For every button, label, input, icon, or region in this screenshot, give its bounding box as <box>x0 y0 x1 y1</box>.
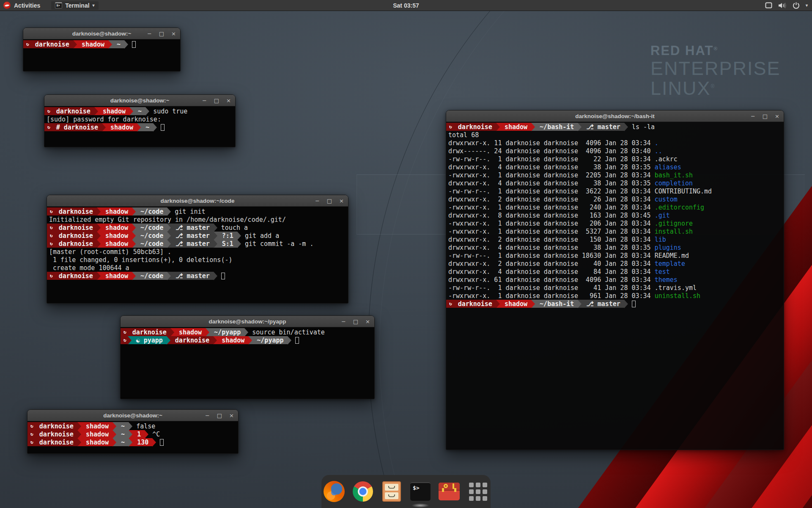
prompt-segment-path: ~/bash-it <box>535 123 578 131</box>
output-line: -rwxrwxr-x. 1 darknoise darknoise 2205 J… <box>446 171 784 179</box>
prompt-line: ↻darknoiseshadow~/pyappsource bin/activa… <box>121 328 374 336</box>
minimize-button[interactable]: − <box>202 98 207 103</box>
terminal-cursor <box>132 41 136 48</box>
command-text: source bin/activate <box>248 329 325 336</box>
terminal-cursor <box>295 337 299 344</box>
minimize-button[interactable]: − <box>315 198 320 204</box>
ls-file-meta: -rwxrwxr-x. 1 darknoise darknoise 240 Ja… <box>448 204 655 211</box>
maximize-button[interactable]: □ <box>159 31 164 36</box>
prompt-segment-git: ⎇ master <box>582 123 624 131</box>
powerline-arrow-icon <box>97 224 101 232</box>
maximize-button[interactable]: □ <box>763 113 768 119</box>
minimize-button[interactable]: − <box>147 31 152 36</box>
powerline-arrow-icon <box>167 224 171 232</box>
powerline-arrow-icon <box>167 336 170 344</box>
dock-toolbox[interactable] <box>438 480 461 503</box>
command-text: git commit -a -m . <box>241 240 314 248</box>
window-titlebar[interactable]: darknoise@shadow:~/bash-it − □ × <box>446 110 784 122</box>
maximize-button[interactable]: □ <box>214 98 219 103</box>
output-line: drwx------. 24 darknoise darknoise 4096 … <box>446 147 784 155</box>
close-button[interactable]: × <box>226 98 231 103</box>
terminal-icon: $> <box>410 482 431 501</box>
dock-app-grid[interactable] <box>466 480 489 503</box>
window-title: darknoise@shadow:~/pyapp <box>208 318 286 325</box>
close-button[interactable]: × <box>365 319 370 324</box>
window-titlebar[interactable]: darknoise@shadow:~ − □ × <box>44 95 235 106</box>
dock-files[interactable] <box>380 480 403 503</box>
close-button[interactable]: × <box>775 113 779 119</box>
minimize-button[interactable]: − <box>751 113 755 119</box>
chrome-icon <box>353 481 373 502</box>
powerline-arrow-icon <box>578 123 582 131</box>
ls-file-name: completion <box>655 179 693 187</box>
prompt-os-icon: ↻ <box>121 328 128 336</box>
maximize-button[interactable]: □ <box>217 413 222 418</box>
prompt-line: ↻darknoiseshadow~1^C <box>27 430 238 438</box>
prompt-segment-git: ⎇ master <box>171 272 214 280</box>
command-text: git add a <box>241 232 279 240</box>
prompt-segment-user: darknoise <box>453 300 496 308</box>
power-icon[interactable] <box>793 2 800 9</box>
maximize-button[interactable]: □ <box>353 319 358 324</box>
prompt-segment-path: ~/code <box>136 272 167 280</box>
terminal-content[interactable]: ↻darknoiseshadow~/pyappsource bin/activa… <box>121 327 374 399</box>
output-line: Initialized empty Git repository in /hom… <box>47 215 348 224</box>
prompt-os-icon: ↻ <box>121 336 128 344</box>
command-text: git init <box>171 208 205 215</box>
dock-terminal[interactable]: $> <box>409 480 432 503</box>
terminal-icon: $> <box>55 2 62 8</box>
close-button[interactable]: × <box>229 413 234 418</box>
window-titlebar[interactable]: darknoise@shadow:~ − □ × <box>23 28 180 39</box>
ls-file-name: .. <box>655 147 662 155</box>
terminal-content[interactable]: ↻darknoiseshadow~/bash-it⎇ masterls -lat… <box>446 122 784 450</box>
terminal-content[interactable]: ↻darknoiseshadow~ <box>23 39 180 71</box>
chevron-down-icon[interactable]: ▾ <box>806 3 808 8</box>
toolbox-icon <box>439 483 460 500</box>
prompt-os-icon: ↻ <box>446 123 453 131</box>
powerline-arrow-icon <box>153 123 157 131</box>
terminal-content[interactable]: ↻darknoiseshadow~sudo true[sudo] passwor… <box>44 106 235 147</box>
ls-file-name: plugins <box>655 244 681 251</box>
close-button[interactable]: × <box>171 31 176 36</box>
prompt-line: ↻darknoiseshadow~/code⎇ mastertouch a <box>47 224 348 232</box>
prompt-segment-host: shadow <box>101 240 132 248</box>
ls-file-name: themes <box>655 276 678 284</box>
ls-file-meta: drwxrwxr-x. 4 darknoise darknoise 38 Jan… <box>448 244 655 251</box>
close-button[interactable]: × <box>339 198 344 204</box>
app-menu-terminal[interactable]: $> Terminal ▾ <box>51 1 98 10</box>
prompt-segment-host: shadow <box>101 232 132 240</box>
window-titlebar[interactable]: darknoise@shadow:~/code − □ × <box>47 195 348 207</box>
volume-icon[interactable] <box>778 2 787 9</box>
redhat-logo-icon <box>3 2 11 9</box>
minimize-button[interactable]: − <box>341 319 346 324</box>
powerline-arrow-icon <box>129 438 132 446</box>
clock[interactable]: Sat 03:57 <box>393 2 419 9</box>
dock-chrome[interactable] <box>351 480 374 503</box>
powerline-arrow-icon <box>77 438 81 446</box>
prompt-segment-user: darknoise <box>54 272 97 280</box>
ls-file-meta: -rw-rw-r--. 1 darknoise darknoise 22 Jan… <box>448 155 655 163</box>
powerline-arrow-icon <box>112 422 116 430</box>
window-titlebar[interactable]: darknoise@shadow:~/pyapp − □ × <box>121 316 374 327</box>
ls-file-meta: -rwxrwxr-x. 1 darknoise darknoise 206 Ja… <box>448 220 655 227</box>
powerline-arrow-icon <box>167 240 171 248</box>
minimize-button[interactable]: − <box>205 413 210 418</box>
window-titlebar[interactable]: darknoise@shadow:~ − □ × <box>27 410 238 421</box>
maximize-button[interactable]: □ <box>327 198 332 204</box>
display-status-icon[interactable] <box>765 2 772 8</box>
activities-button[interactable]: Activities <box>14 2 40 9</box>
terminal-content[interactable]: ↻darknoiseshadow~false↻darknoiseshadow~1… <box>27 421 238 453</box>
prompt-os-icon: ↻ <box>47 272 54 280</box>
output-line: drwxrwxr-x. 4 darknoise darknoise 38 Jan… <box>446 179 784 187</box>
powerline-arrow-icon <box>496 300 500 308</box>
powerline-arrow-icon <box>237 232 241 240</box>
terminal-cursor <box>221 273 225 279</box>
prompt-segment-path: ~ <box>141 123 153 131</box>
prompt-segment-path: ~/code <box>136 232 167 240</box>
prompt-line: ↻darknoiseshadow~/bash-it⎇ master <box>446 300 784 308</box>
dock-firefox[interactable] <box>323 480 346 503</box>
output-line: [sudo] password for darknoise: <box>44 115 235 123</box>
output-line: drwxrwxr-x. 4 darknoise darknoise 38 Jan… <box>446 243 784 251</box>
prompt-os-icon: ↻ <box>27 422 35 430</box>
terminal-content[interactable]: ↻darknoiseshadow~/codegit initInitialize… <box>47 207 348 303</box>
